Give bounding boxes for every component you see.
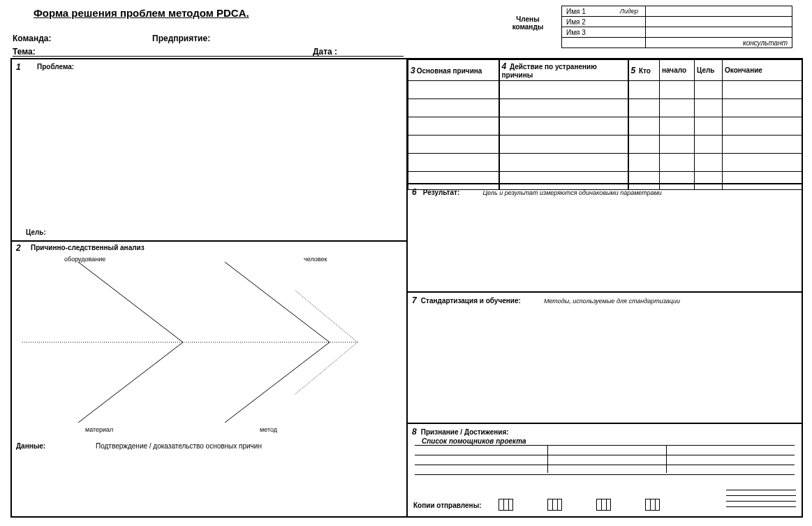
date-label: Дата : [313, 47, 337, 57]
copies-sent-label: Копии отправлены: [413, 502, 482, 509]
consultant-role: консультант [646, 38, 792, 48]
col5-end-header: Окончание [723, 60, 803, 81]
section1-label: Проблема: [37, 63, 74, 71]
member-row: Имя 2 [562, 17, 792, 27]
fishbone-person-label: человек [304, 256, 327, 263]
section2-data-confirm: Подтверждение / доказательство основных … [96, 442, 262, 450]
section6-hint: Цель и результат измеряются одинаковыми … [482, 189, 661, 196]
section1-number: 1 [16, 62, 21, 72]
section1-goal-label: Цель: [26, 228, 46, 236]
col3-header: 3Основная причина [408, 60, 499, 81]
fishbone-equipment-label: оборудование [64, 256, 105, 263]
section8-label: Признание / Достижения: [421, 428, 509, 436]
svg-line-5 [78, 342, 183, 423]
section2-data-label: Данные: [16, 442, 45, 450]
section6: 6 Результат: Цель и результат измеряются… [408, 183, 802, 291]
action-row [408, 154, 803, 172]
action-row [408, 117, 803, 136]
fishbone-material-label: материал [85, 426, 113, 433]
left-horizontal-split [12, 240, 406, 242]
action-row [408, 99, 803, 117]
section7-hint: Методы, используемые для стандартизации [544, 298, 680, 305]
action-row [408, 81, 803, 99]
team-label: Команда: [13, 34, 51, 43]
col5-goal-header: Цель [695, 60, 723, 81]
svg-line-1 [295, 290, 357, 342]
form-title: Форма решения проблем методом PDCA. [34, 7, 249, 19]
member-blank[interactable] [562, 38, 646, 48]
enterprise-label: Предприятие: [152, 34, 210, 43]
main-frame: 1 Проблема: Цель: 2 Причинно-следственны… [10, 58, 803, 518]
section6-label: Результат: [423, 189, 459, 196]
action-table: 3Основная причина 4 Действие по устранен… [408, 59, 803, 190]
helper-vline [666, 445, 667, 473]
action-row [408, 136, 803, 154]
col5-start-header: начало [660, 60, 695, 81]
section7: 7 Стандартизация и обучение: Методы, исп… [408, 291, 802, 423]
section8-sublabel: Список помощников проекта [422, 437, 526, 445]
col5-who-header: 5 Кто [628, 60, 660, 81]
section8-number: 8 [412, 427, 417, 437]
section8: 8 Признание / Достижения: Список помощни… [408, 423, 802, 516]
member-name: Имя 3 [562, 27, 646, 38]
section7-number: 7 [412, 295, 417, 305]
fishbone-method-label: метод [260, 426, 277, 433]
members-table: Имя 1Лидер Имя 2 Имя 3 консультант [561, 6, 792, 48]
section2-number: 2 [16, 243, 21, 253]
member-note[interactable] [646, 27, 792, 38]
fishbone-diagram [22, 248, 399, 437]
copies-checkbox-group[interactable] [499, 499, 513, 512]
copies-checkbox-group[interactable] [596, 499, 611, 512]
member-row: Имя 1Лидер [562, 6, 792, 17]
section6-number: 6 [412, 187, 417, 197]
member-name: Имя 2 [562, 17, 646, 27]
member-role: Лидер [620, 8, 641, 15]
topic-label: Тема: [13, 47, 36, 57]
member-name: Имя 1 [566, 8, 586, 15]
date-underline [342, 56, 404, 57]
helper-lines-grid [415, 445, 795, 484]
members-label: Члены команды [507, 15, 549, 31]
section7-label: Стандартизация и обучение: [421, 297, 521, 305]
member-note[interactable] [646, 17, 792, 27]
col4-header: 4 Действие по устранению причины [499, 60, 628, 81]
member-row: Имя 3 [562, 27, 792, 38]
svg-line-4 [225, 262, 330, 342]
member-row: консультант [562, 38, 792, 48]
member-note[interactable] [646, 6, 792, 17]
svg-line-3 [78, 262, 183, 342]
helper-vline [547, 445, 548, 473]
svg-line-2 [295, 342, 357, 395]
copies-checkbox-group[interactable] [547, 499, 562, 512]
signature-lines [726, 490, 796, 512]
copies-checkbox-group[interactable] [645, 499, 660, 512]
svg-line-6 [225, 342, 330, 423]
